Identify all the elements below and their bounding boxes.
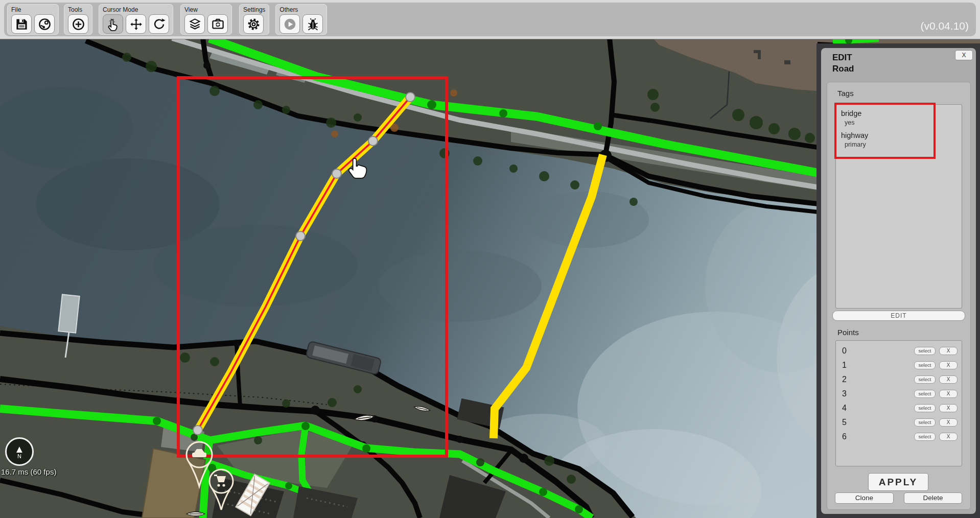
panel-body: Tags bridge yes highway primary EDIT Poi… [827, 82, 971, 510]
toolbar-group-settings: Settings [239, 4, 269, 35]
toolbar-group-cursor-mode: Cursor Mode [99, 4, 173, 35]
clone-button[interactable]: Clone [835, 492, 894, 504]
steam-workshop-button[interactable] [34, 14, 55, 34]
apply-button[interactable]: APPLY [868, 473, 928, 491]
toolbar-group-file: File [7, 4, 59, 35]
edit-road-panel: EDIT Road X Tags bridge yes highway prim… [821, 48, 976, 514]
group-label: File [11, 6, 55, 13]
point-index: 4 [842, 404, 914, 413]
gear-icon [247, 17, 261, 31]
hand-tap-icon [106, 17, 120, 31]
settings-button[interactable] [243, 14, 264, 34]
tag-key: highway [841, 131, 962, 140]
panel-title-road: Road [832, 63, 854, 75]
point-delete-button[interactable]: X [939, 404, 958, 412]
point-index: 5 [842, 418, 914, 427]
group-label: Settings [243, 6, 265, 13]
tag-value: primary [841, 140, 962, 149]
play-button[interactable] [279, 14, 300, 34]
points-section-label: Points [837, 328, 859, 337]
points-list: 0 select X 1 select X 2 select X 3 selec… [835, 340, 962, 466]
save-icon [15, 17, 29, 31]
group-label: Cursor Mode [103, 6, 169, 13]
point-index: 2 [842, 375, 914, 384]
point-select-button[interactable]: select [914, 361, 936, 369]
move-arrows-icon [129, 17, 143, 31]
tag-value: yes [841, 119, 962, 127]
fps-counter: 16.7 ms (60 fps) [1, 467, 56, 476]
point-select-button[interactable]: select [914, 418, 936, 427]
tag-entry: highway primary [841, 131, 962, 149]
point-row: 0 select X [836, 344, 962, 358]
rotate-icon [152, 17, 166, 31]
cursor-select-button[interactable] [103, 14, 123, 34]
steam-icon [38, 17, 52, 31]
point-select-button[interactable]: select [914, 390, 936, 398]
point-index: 3 [842, 389, 914, 398]
edit-panel-dock: EDIT Road X Tags bridge yes highway prim… [816, 43, 980, 518]
point-delete-button[interactable]: X [939, 433, 958, 441]
bug-icon [306, 17, 320, 31]
point-index: 0 [842, 346, 914, 356]
cursor-rotate-button[interactable] [149, 14, 169, 34]
delete-button[interactable]: Delete [904, 492, 962, 504]
compass-arrow-icon: ▲ [14, 444, 25, 454]
toolbar-group-tools: Tools [64, 4, 92, 35]
group-label: Tools [68, 6, 88, 13]
edit-tags-button[interactable]: EDIT [832, 311, 965, 321]
point-row: 1 select X [836, 358, 962, 372]
tags-section-label: Tags [837, 89, 854, 98]
camera-refresh-icon [211, 17, 225, 31]
tags-list[interactable]: bridge yes highway primary [835, 104, 962, 309]
compass-north-label: N [17, 454, 21, 459]
add-node-button[interactable] [68, 14, 88, 34]
toolbar-container: File [4, 3, 976, 36]
play-icon [283, 17, 297, 31]
compass[interactable]: ▲ N [5, 437, 34, 466]
point-select-button[interactable]: select [914, 433, 936, 441]
point-index: 6 [842, 432, 914, 441]
point-row: 6 select X [836, 430, 962, 444]
point-row: 4 select X [836, 401, 962, 415]
layers-icon [188, 17, 202, 31]
point-delete-button[interactable]: X [939, 347, 958, 355]
point-index: 1 [842, 361, 914, 370]
point-delete-button[interactable]: X [939, 418, 958, 427]
cursor-move-button[interactable] [126, 14, 146, 34]
group-label: Others [279, 6, 323, 13]
debug-button[interactable] [302, 14, 323, 34]
point-select-button[interactable]: select [914, 375, 936, 384]
point-row: 5 select X [836, 415, 962, 430]
tag-key: bridge [841, 109, 962, 119]
close-button[interactable]: X [955, 50, 973, 60]
toolbar-group-others: Others [275, 4, 327, 35]
screenshot-button[interactable] [207, 14, 228, 34]
point-select-button[interactable]: select [914, 404, 936, 412]
point-delete-button[interactable]: X [939, 361, 958, 369]
group-label: View [184, 6, 228, 13]
point-delete-button[interactable]: X [939, 375, 958, 384]
top-toolbar: File [0, 0, 980, 39]
point-row: 3 select X [836, 387, 962, 401]
point-select-button[interactable]: select [914, 347, 936, 355]
point-delete-button[interactable]: X [939, 390, 958, 398]
tag-entry: bridge yes [841, 109, 962, 127]
panel-title-edit: EDIT [832, 52, 854, 63]
add-circle-icon [72, 17, 85, 31]
point-row: 2 select X [836, 372, 962, 387]
toolbar-group-view: View [180, 4, 232, 35]
layers-button[interactable] [184, 14, 205, 34]
save-button[interactable] [11, 14, 32, 34]
version-label: (v0.04.10) [920, 20, 969, 32]
panel-title: EDIT Road [832, 52, 854, 75]
